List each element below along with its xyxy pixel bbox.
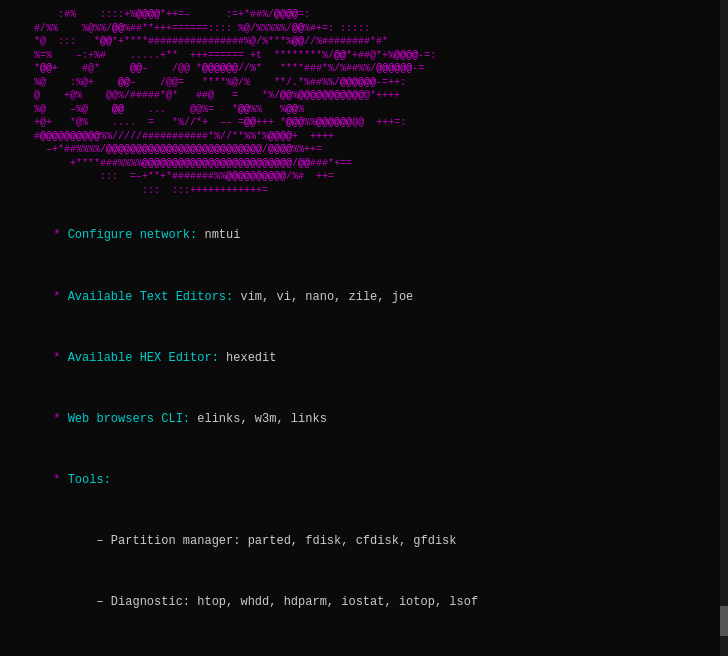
tool-forensic: – Forensic / Recover: photorec, foremost… xyxy=(10,633,718,656)
tools-label: Tools: xyxy=(68,473,111,487)
configure-network-value: nmtui xyxy=(197,228,240,242)
ascii-art: :#% ::::+%@@@@*++=– :=+*##%/@@@@=: #/%% … xyxy=(10,8,718,197)
tool-partition-text: – Partition manager: parted, fdisk, cfdi… xyxy=(53,534,456,548)
configure-network-label: Configure network: xyxy=(68,228,198,242)
asterisk-2: * xyxy=(53,290,67,304)
terminal: :#% ::::+%@@@@*++=– :=+*##%/@@@@=: #/%% … xyxy=(0,0,728,656)
scrollbar-thumb[interactable] xyxy=(720,606,728,636)
text-editors-line: * Available Text Editors: vim, vi, nano,… xyxy=(10,266,718,327)
asterisk-5: * xyxy=(53,473,67,487)
tool-diagnostic: – Diagnostic: htop, whdd, hdparm, iostat… xyxy=(10,572,718,633)
tool-diagnostic-text: – Diagnostic: htop, whdd, hdparm, iostat… xyxy=(53,595,478,609)
tool-partition: – Partition manager: parted, fdisk, cfdi… xyxy=(10,511,718,572)
asterisk-3: * xyxy=(53,351,67,365)
text-editors-label: Available Text Editors: xyxy=(68,290,234,304)
asterisk-1: * xyxy=(53,228,67,242)
web-browsers-value: elinks, w3m, links xyxy=(190,412,327,426)
configure-network-line: * Configure network: nmtui xyxy=(10,205,718,266)
hex-editor-value: hexedit xyxy=(219,351,277,365)
scrollbar[interactable] xyxy=(720,0,728,656)
web-browsers-line: * Web browsers CLI: elinks, w3m, links xyxy=(10,389,718,450)
text-editors-value: vim, vi, nano, zile, joe xyxy=(233,290,413,304)
info-section: * Configure network: nmtui * Available T… xyxy=(10,205,718,656)
hex-editor-line: * Available HEX Editor: hexedit xyxy=(10,327,718,388)
asterisk-4: * xyxy=(53,412,67,426)
tools-line: * Tools: xyxy=(10,450,718,511)
web-browsers-label: Web browsers CLI: xyxy=(68,412,190,426)
hex-editor-label: Available HEX Editor: xyxy=(68,351,219,365)
